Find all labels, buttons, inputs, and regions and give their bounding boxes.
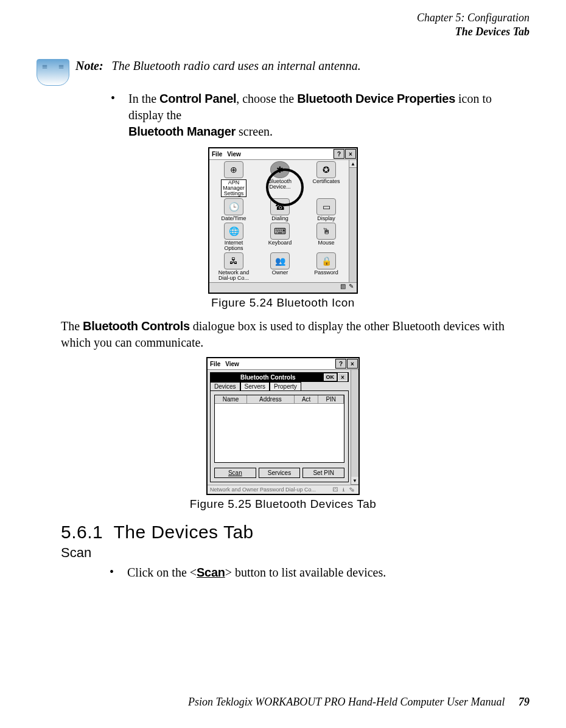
- figure-caption-1: Figure 5.24 Bluetooth Icon: [37, 296, 529, 310]
- outer-menu-file[interactable]: File: [208, 361, 223, 367]
- cp-item-certificates[interactable]: ✪ Certificates: [304, 161, 348, 197]
- note-label: Note:: [75, 59, 103, 72]
- cp-item-mouse[interactable]: 🖱 Mouse: [304, 223, 348, 251]
- cp-item-internet[interactable]: 🌐 Internet Options: [212, 223, 256, 251]
- figure-2: File View ? × Bluetooth Controls OK × De…: [37, 357, 529, 511]
- bullet-2: • Click on the <Scan> button to list ava…: [110, 564, 529, 581]
- cp-item-network[interactable]: 🖧 Network and Dial-up Co...: [212, 252, 256, 281]
- globe-icon: 🌐: [224, 223, 243, 240]
- ok-button[interactable]: OK: [324, 373, 337, 381]
- bullet-dot: •: [111, 91, 115, 105]
- footer-remnant: Network and Owner Password Dial-up Co...: [210, 487, 316, 493]
- clock-icon: 🕒: [224, 198, 243, 215]
- taskbar-icons: ⮹ ℹ ✎: [333, 487, 356, 493]
- bluetooth-icon: ✱: [270, 161, 290, 178]
- dialog-close-button[interactable]: ×: [338, 373, 348, 381]
- cp-item-bluetooth[interactable]: ✱ Bluetooth Device...: [258, 161, 302, 197]
- bullet-text: Click on the <Scan> button to list avail…: [127, 564, 386, 581]
- tab-servers[interactable]: Servers: [240, 382, 270, 390]
- paragraph-bluetooth-controls: The Bluetooth Controls dialogue box is u…: [61, 318, 529, 351]
- cp-item-datetime[interactable]: 🕒 Date/Time: [212, 198, 256, 221]
- bullet-1: • In the Control Panel, choose the Bluet…: [111, 91, 529, 140]
- control-panel-window: File View ? × ⊕ APN Manager Settings ✱ B…: [208, 147, 358, 294]
- network-icon: 🖧: [224, 252, 243, 269]
- outer-help-button[interactable]: ?: [335, 359, 346, 369]
- services-button[interactable]: Services: [259, 468, 301, 478]
- dialog-title: Bluetooth Controls: [211, 374, 324, 381]
- lock-icon: 🔒: [316, 252, 336, 269]
- col-name[interactable]: Name: [215, 395, 247, 404]
- owner-icon: 👥: [270, 252, 290, 269]
- menu-view[interactable]: View: [225, 151, 243, 158]
- cp-item-keyboard[interactable]: ⌨ Keyboard: [258, 223, 302, 251]
- cp-item-display[interactable]: ▭ Display: [304, 198, 348, 221]
- cp-item-apn[interactable]: ⊕ APN Manager Settings: [212, 161, 256, 197]
- figure-1: File View ? × ⊕ APN Manager Settings ✱ B…: [37, 147, 529, 310]
- book-icon: [37, 59, 69, 86]
- figure-caption-2: Figure 5.25 Bluetooth Devices Tab: [37, 497, 529, 511]
- section-heading: 5.6.1 The Devices Tab: [61, 522, 529, 543]
- phone-icon: ☎: [270, 198, 290, 215]
- outer-menu-view[interactable]: View: [223, 361, 242, 367]
- globe-icon: ⊕: [224, 161, 243, 178]
- page-footer: Psion Teklogix WORKABOUT PRO Hand-Held C…: [188, 696, 529, 709]
- bullet-text: In the Control Panel, choose the Bluetoo…: [128, 91, 529, 140]
- note-text: The Bluetooth radio card uses an interna…: [112, 59, 361, 72]
- col-act[interactable]: Act: [295, 395, 319, 404]
- footer-text: Psion Teklogix WORKABOUT PRO Hand-Held C…: [188, 696, 505, 708]
- display-icon: ▭: [316, 198, 336, 215]
- header-section: The Devices Tab: [37, 25, 529, 39]
- page-header: Chapter 5: Configuration The Devices Tab: [37, 11, 529, 38]
- keyboard-icon: ⌨: [270, 223, 290, 240]
- certificate-icon: ✪: [316, 161, 336, 178]
- cp-item-password[interactable]: 🔒 Password: [304, 252, 348, 281]
- outer-close-button[interactable]: ×: [347, 359, 358, 369]
- device-list[interactable]: Name Address Act PIN: [214, 395, 344, 463]
- header-chapter: Chapter 5: Configuration: [37, 11, 529, 25]
- subsection-heading: Scan: [61, 545, 529, 561]
- status-bar: ▧ ✎: [209, 282, 357, 293]
- scrollbar[interactable]: ▼: [351, 370, 358, 485]
- scroll-up-icon[interactable]: ▲: [349, 160, 357, 168]
- bullet-dot: •: [110, 564, 114, 579]
- menu-file[interactable]: File: [209, 151, 225, 158]
- close-button[interactable]: ×: [345, 149, 356, 159]
- cp-item-owner[interactable]: 👥 Owner: [258, 252, 302, 281]
- mouse-icon: 🖱: [316, 223, 336, 240]
- help-button[interactable]: ?: [334, 149, 344, 159]
- scan-button[interactable]: Scan: [214, 468, 256, 478]
- col-address[interactable]: Address: [247, 395, 295, 404]
- col-pin[interactable]: PIN: [318, 395, 344, 404]
- note-block: Note: The Bluetooth radio card uses an i…: [37, 59, 529, 86]
- cp-item-dialing[interactable]: ☎ Dialing: [258, 198, 302, 221]
- tab-property[interactable]: Property: [270, 382, 301, 390]
- page-number: 79: [519, 696, 529, 708]
- scrollbar[interactable]: ▲: [349, 160, 357, 282]
- scroll-down-icon[interactable]: ▼: [351, 477, 358, 485]
- tab-devices[interactable]: Devices: [210, 382, 240, 390]
- set-pin-button[interactable]: Set PIN: [302, 468, 344, 478]
- bluetooth-controls-window: File View ? × Bluetooth Controls OK × De…: [206, 357, 360, 495]
